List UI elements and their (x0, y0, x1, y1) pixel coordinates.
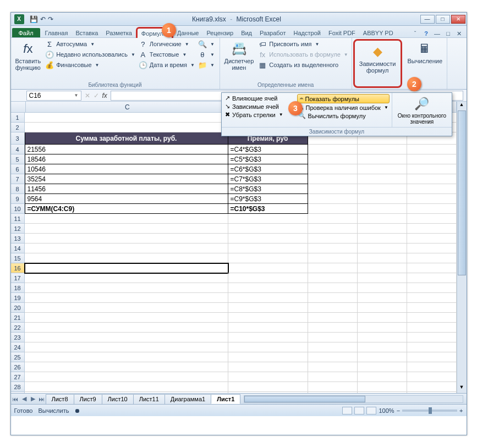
cell[interactable] (25, 234, 228, 244)
cell[interactable] (407, 323, 457, 333)
row-header[interactable]: 29 (11, 392, 25, 393)
row-header[interactable]: 21 (11, 313, 25, 323)
row-header[interactable]: 23 (11, 333, 25, 342)
cell[interactable] (407, 253, 457, 263)
view-layout-button[interactable] (354, 407, 364, 414)
cell[interactable] (358, 194, 407, 204)
cell[interactable] (407, 333, 457, 342)
cell[interactable] (358, 313, 407, 323)
cell[interactable] (25, 283, 228, 293)
row-header[interactable]: 27 (11, 372, 25, 382)
row-header[interactable]: 10 (11, 204, 25, 214)
evaluate-formula-button[interactable]: 🔍Вычислить формулу (297, 112, 390, 120)
cell[interactable] (407, 293, 457, 303)
row-header[interactable]: 12 (11, 224, 25, 234)
cell[interactable] (228, 313, 308, 323)
row-header[interactable]: 11 (11, 214, 25, 224)
cell[interactable] (407, 273, 457, 283)
row-header[interactable]: 17 (11, 273, 25, 283)
cell[interactable] (308, 293, 358, 303)
formula-dependencies-button[interactable]: ◆ Зависимости формул (357, 42, 398, 75)
cell[interactable]: 10546 (25, 164, 228, 174)
cell[interactable]: 9564 (25, 194, 228, 204)
use-in-formula-button[interactable]: fxИспользовать в формуле▼ (257, 49, 349, 59)
cell[interactable] (228, 342, 308, 352)
cell[interactable] (25, 273, 228, 283)
cell[interactable] (308, 362, 358, 372)
doc-restore-icon[interactable]: □ (445, 30, 452, 37)
cell[interactable] (25, 303, 228, 313)
minimize-button[interactable]: — (420, 15, 435, 24)
cell[interactable] (25, 263, 228, 273)
cell[interactable] (308, 194, 358, 204)
trace-dependents-button[interactable]: ↘Зависимые ячей (224, 102, 293, 110)
maximize-button[interactable]: □ (436, 15, 450, 24)
cell[interactable] (407, 372, 457, 382)
tab-data[interactable]: Данные (173, 28, 203, 37)
row-header[interactable]: 5 (11, 154, 25, 164)
row-header[interactable]: 4 (11, 145, 25, 154)
doc-close-icon[interactable]: ✕ (456, 30, 463, 37)
cell[interactable] (308, 333, 358, 342)
cell[interactable] (228, 362, 308, 372)
cell[interactable] (228, 323, 308, 333)
row-header[interactable]: 20 (11, 303, 25, 313)
row-header[interactable]: 24 (11, 342, 25, 352)
cell[interactable] (308, 352, 358, 362)
row-header[interactable]: 19 (11, 293, 25, 303)
cell[interactable] (25, 253, 228, 263)
cell[interactable] (228, 244, 308, 253)
grid[interactable]: Сумма заработной платы, руб.Премия, руб2… (25, 113, 457, 393)
cell[interactable] (308, 154, 358, 164)
sheet-tab[interactable]: Лист11 (133, 394, 165, 404)
tab-addins[interactable]: Надстрой (290, 28, 325, 37)
cell[interactable] (228, 263, 308, 273)
tab-view[interactable]: Вид (237, 28, 256, 37)
zoom-knob[interactable] (429, 407, 432, 414)
qat-undo-icon[interactable]: ↶ (40, 15, 46, 23)
cell[interactable] (228, 372, 308, 382)
fx-label-icon[interactable]: fx (102, 92, 107, 99)
create-from-selection-button[interactable]: ▦Создать из выделенного (257, 60, 349, 70)
cell[interactable] (25, 352, 228, 362)
tab-developer[interactable]: Разработ (256, 28, 289, 37)
row-header[interactable]: 1 (11, 113, 25, 123)
cell[interactable] (358, 224, 407, 234)
row-header[interactable]: 15 (11, 253, 25, 263)
sheet-nav-prev-icon[interactable]: ◀ (20, 395, 29, 402)
cell[interactable] (308, 204, 358, 214)
cell[interactable] (228, 392, 308, 393)
cell[interactable] (358, 273, 407, 283)
cell[interactable] (407, 342, 457, 352)
zoom-in-icon[interactable]: + (459, 407, 463, 414)
cell[interactable] (228, 303, 308, 313)
error-checking-button[interactable]: ⚠Проверка наличия ошибок▼ (297, 103, 390, 112)
cell[interactable]: =C5*$G$3 (228, 154, 308, 164)
scroll-track[interactable] (457, 110, 467, 384)
autosum-button[interactable]: ΣАвтосумма▼ (44, 39, 136, 49)
cell[interactable] (407, 204, 457, 214)
sheet-tab[interactable]: Диаграмма1 (165, 394, 211, 404)
cell[interactable] (407, 194, 457, 204)
cell[interactable] (25, 113, 228, 123)
cell[interactable]: 11456 (25, 184, 228, 194)
tab-abbyy[interactable]: ABBYY PD (359, 28, 397, 37)
cell[interactable] (308, 263, 358, 273)
cell[interactable]: =C8*$G$3 (228, 184, 308, 194)
assign-name-button[interactable]: 🏷Присвоить имя▼ (257, 39, 349, 49)
cell[interactable] (407, 313, 457, 323)
scroll-up-icon[interactable]: ▲ (457, 102, 467, 110)
cell[interactable] (358, 234, 407, 244)
view-normal-button[interactable] (342, 407, 352, 414)
cell[interactable] (308, 323, 358, 333)
cell[interactable] (358, 392, 407, 393)
math-button[interactable]: θ▼ (197, 49, 216, 59)
tab-layout[interactable]: Разметка (102, 28, 136, 37)
cell[interactable] (228, 234, 308, 244)
cell[interactable] (358, 214, 407, 224)
name-box[interactable]: C16 ▼ (26, 91, 81, 101)
cell[interactable] (358, 352, 407, 362)
cell[interactable] (25, 214, 228, 224)
cell[interactable]: =C7*$G$3 (228, 174, 308, 184)
cell[interactable] (308, 234, 358, 244)
